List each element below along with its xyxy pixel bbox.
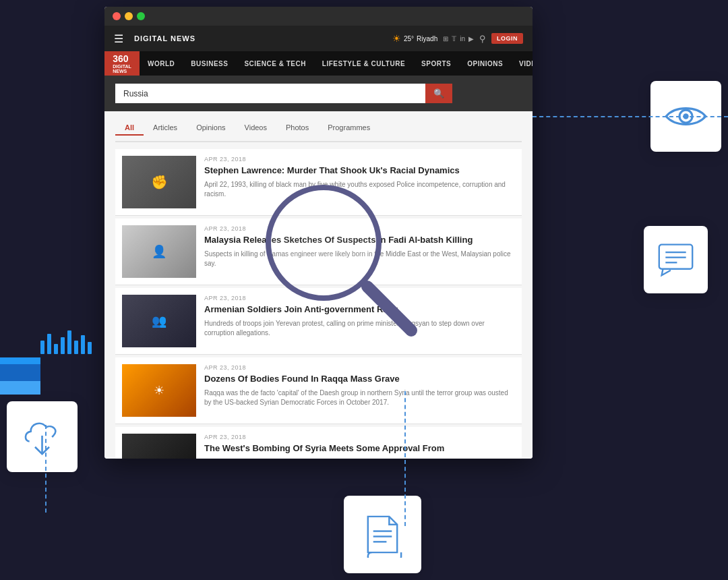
nav-items: WORLD BUSINESS SCIENCE & TECH LIFESTYLE … xyxy=(140,51,533,76)
bar-item xyxy=(61,337,65,354)
logo-sub: DIGITALNEWS xyxy=(113,64,131,74)
article-excerpt: April 22, 1993, killing of black man by … xyxy=(204,180,515,199)
article-title[interactable]: Dozens Of Bodies Found In Raqqa Mass Gra… xyxy=(204,374,515,385)
article-thumb: 👤 xyxy=(122,225,196,278)
chat-icon xyxy=(657,239,695,280)
site-name: DIGITAL NEWS xyxy=(134,34,195,42)
bar-item xyxy=(81,335,85,354)
article-excerpt: Hundreds of troops join Yerevan protest,… xyxy=(204,319,515,338)
close-dot[interactable] xyxy=(113,12,121,20)
widget-chat xyxy=(644,226,708,293)
article-content: APR 23, 2018 Armenian Soldiers Join Anti… xyxy=(204,295,515,347)
dashed-line-h1 xyxy=(533,116,728,117)
bar-item xyxy=(47,334,51,354)
article-title[interactable]: The West's Bombing Of Syria Meets Some A… xyxy=(204,443,515,455)
document-icon xyxy=(359,511,406,558)
article-date: APR 23, 2018 xyxy=(204,225,515,232)
article-thumb xyxy=(122,434,196,459)
bar-item xyxy=(54,344,58,354)
content-area: All Articles Opinions Videos Photos Prog… xyxy=(104,111,533,459)
bar-item xyxy=(88,342,92,354)
widget-cloud xyxy=(7,401,78,472)
nav-item-lifestyle[interactable]: LIFESTYLE & CULTURE xyxy=(314,51,413,76)
article-content: APR 23, 2018 Stephen Lawrence: Murder Th… xyxy=(204,156,515,208)
nav-item-sports[interactable]: SPORTS xyxy=(413,51,459,76)
bar-item xyxy=(74,341,78,354)
top-bar-right: ☀ 25° Riyadh ⊞ 𝕋 in ▶ ⚲ LOGIN xyxy=(392,33,523,44)
cloud-download-icon xyxy=(21,415,63,458)
nav-item-opinions[interactable]: OPINIONS xyxy=(459,51,511,76)
nav-item-videos[interactable]: VIDEOS xyxy=(511,51,533,76)
hamburger-icon[interactable]: ☰ xyxy=(114,32,123,45)
article-excerpt: Suspects in killing of Hamas engineer we… xyxy=(204,250,515,268)
twitter-icon[interactable]: 𝕋 xyxy=(452,35,456,42)
tab-opinions[interactable]: Opinions xyxy=(187,121,235,136)
login-button[interactable]: LOGIN xyxy=(491,33,523,44)
article-item[interactable]: 👤 APR 23, 2018 Malaysia Releases Sketche… xyxy=(115,219,522,285)
weather-city: Riyadh xyxy=(417,35,437,42)
linkedin-icon[interactable]: in xyxy=(460,35,465,42)
article-content: APR 23, 2018 Dozens Of Bodies Found In R… xyxy=(204,364,515,417)
tab-all[interactable]: All xyxy=(115,121,144,136)
article-date: APR 23, 2018 xyxy=(204,434,515,440)
article-date: APR 23, 2018 xyxy=(204,156,515,163)
article-item[interactable]: ✊ APR 23, 2018 Stephen Lawrence: Murder … xyxy=(115,149,522,216)
top-bar-left: ☰ DIGITAL NEWS xyxy=(114,32,195,45)
dashed-line-v1 xyxy=(404,391,406,526)
bar-chart-indicator xyxy=(40,330,92,354)
top-bar: ☰ DIGITAL NEWS ☀ 25° Riyadh ⊞ 𝕋 in ▶ ⚲ L… xyxy=(104,26,533,51)
article-thumb: ☀ xyxy=(122,364,196,417)
article-excerpt: Raqqa was the de facto 'capital' of the … xyxy=(204,388,515,407)
search-input[interactable] xyxy=(115,84,425,103)
maximize-dot[interactable] xyxy=(137,12,145,20)
browser-chrome xyxy=(104,7,533,26)
article-title[interactable]: Malaysia Releases Sketches Of Suspects I… xyxy=(204,235,515,246)
accent-block-lightblue xyxy=(0,381,40,395)
search-button[interactable]: 🔍 xyxy=(425,84,452,103)
article-content: APR 23, 2018 The West's Bombing Of Syria… xyxy=(204,434,515,459)
rss-icon[interactable]: ⊞ xyxy=(443,35,448,42)
nav-bar: 360 DIGITALNEWS WORLD BUSINESS SCIENCE &… xyxy=(104,51,533,76)
article-item[interactable]: ☀ APR 23, 2018 Dozens Of Bodies Found In… xyxy=(115,357,522,424)
search-icon-top[interactable]: ⚲ xyxy=(479,34,486,44)
youtube-icon[interactable]: ▶ xyxy=(468,35,474,42)
nav-item-science[interactable]: SCIENCE & TECH xyxy=(236,51,313,76)
logo-number: 360 xyxy=(113,53,131,64)
accent-block-darkblue xyxy=(0,364,40,381)
filter-tabs: All Articles Opinions Videos Photos Prog… xyxy=(115,111,522,142)
nav-item-world[interactable]: WORLD xyxy=(140,51,183,76)
logo-360[interactable]: 360 DIGITALNEWS xyxy=(104,51,140,76)
weather-temp: 25° xyxy=(404,35,414,42)
weather-icon: ☀ xyxy=(392,33,401,44)
bar-item xyxy=(40,341,44,354)
article-date: APR 23, 2018 xyxy=(204,364,515,371)
tab-articles[interactable]: Articles xyxy=(144,121,187,136)
article-item[interactable]: APR 23, 2018 The West's Bombing Of Syria… xyxy=(115,427,522,459)
bar-item xyxy=(67,330,71,354)
browser-window: ☰ DIGITAL NEWS ☀ 25° Riyadh ⊞ 𝕋 in ▶ ⚲ L… xyxy=(104,7,533,459)
social-icons: ⊞ 𝕋 in ▶ xyxy=(443,35,474,42)
tab-programmes[interactable]: Programmes xyxy=(318,121,380,136)
search-area: 🔍 xyxy=(104,76,533,111)
article-thumb: 👥 xyxy=(122,295,196,347)
article-thumb: ✊ xyxy=(122,156,196,208)
article-date: APR 23, 2018 xyxy=(204,295,515,301)
article-title[interactable]: Armenian Soldiers Join Anti-government R… xyxy=(204,304,515,316)
article-item[interactable]: 👥 APR 23, 2018 Armenian Soldiers Join An… xyxy=(115,288,522,355)
dashed-line-v2 xyxy=(45,425,47,513)
tab-photos[interactable]: Photos xyxy=(276,121,318,136)
weather-info: ☀ 25° Riyadh xyxy=(392,33,437,44)
widget-doc xyxy=(344,496,421,573)
search-input-wrapper: 🔍 xyxy=(115,84,452,103)
article-content: APR 23, 2018 Malaysia Releases Sketches … xyxy=(204,225,515,278)
article-title[interactable]: Stephen Lawrence: Murder That Shook Uk's… xyxy=(204,165,515,177)
accent-block-blue xyxy=(0,357,40,364)
nav-item-business[interactable]: BUSINESS xyxy=(183,51,236,76)
minimize-dot[interactable] xyxy=(125,12,133,20)
tab-videos[interactable]: Videos xyxy=(235,121,276,136)
